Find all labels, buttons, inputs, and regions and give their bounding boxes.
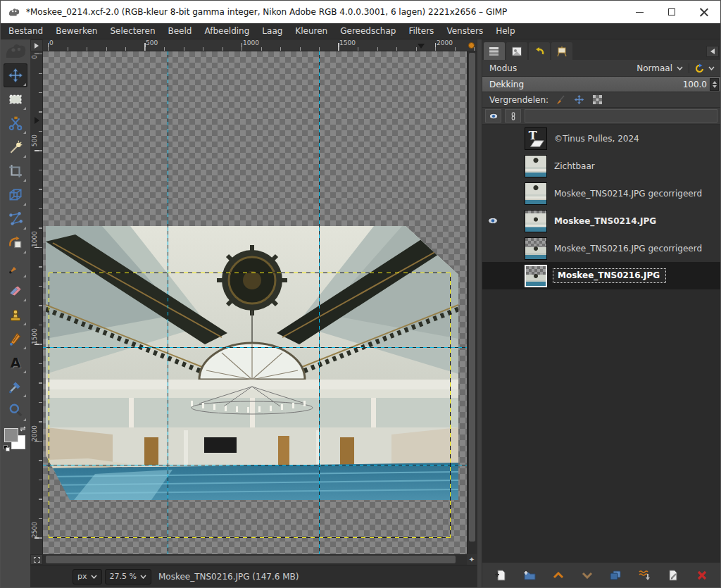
clone-stamp-tool[interactable] (4, 303, 27, 327)
ruler-corner-menu-button[interactable] (30, 39, 43, 51)
layer-thumbnail (525, 210, 547, 232)
tab-channels[interactable] (506, 42, 527, 60)
zoom-follow-window-icon[interactable] (468, 42, 475, 49)
lock-alpha-button[interactable] (591, 94, 603, 106)
unified-transform-tool[interactable] (4, 183, 27, 207)
layer-row-tinus-pulles[interactable]: T ©Tinus Pulles, 2024 (482, 125, 720, 152)
layer-row-zichtbaar[interactable]: Zichtbaar (482, 152, 720, 180)
menu-laag[interactable]: Laag (256, 24, 289, 38)
menu-gereedschap[interactable]: Gereedschap (334, 24, 402, 38)
layer-name-edit[interactable]: Moskee_TNS0216.JPG (553, 268, 666, 283)
warp-transform-tool[interactable] (4, 231, 27, 255)
canvas-viewport[interactable] (43, 51, 467, 554)
dock-collapse-button[interactable] (706, 46, 719, 57)
rectangle-select-tool[interactable] (4, 87, 27, 111)
mode-label: Modus (489, 63, 637, 73)
eye-icon (489, 113, 499, 120)
menubar: Bestand Bewerken Selecteren Beeld Afbeel… (1, 23, 720, 39)
menu-bestand[interactable]: Bestand (2, 24, 49, 38)
minimize-button[interactable] (623, 1, 656, 23)
arrow-up-icon (553, 572, 564, 579)
zoom-level-select[interactable]: 27.5 % (105, 569, 151, 584)
raise-layer-button[interactable] (548, 566, 569, 584)
layer-row-tns0214[interactable]: Moskee_TNS0214.JPG (482, 207, 720, 234)
menu-filters[interactable]: Filters (402, 24, 440, 38)
handle-transform-tool[interactable] (4, 207, 27, 231)
navigation-button[interactable]: ✦ (467, 554, 477, 565)
scissors-select-tool[interactable] (4, 111, 27, 135)
new-layer-icon (494, 569, 507, 582)
mode-select[interactable]: Normaal (637, 63, 689, 73)
tab-images[interactable] (551, 42, 572, 60)
dock-divider[interactable] (477, 39, 482, 587)
ruler-tick-label: 0 (31, 55, 38, 59)
fuzzy-select-tool[interactable] (4, 135, 27, 159)
maximize-button[interactable] (656, 1, 688, 23)
merge-layers-button[interactable] (634, 566, 655, 584)
quick-mask-button[interactable] (30, 554, 43, 565)
text-tool[interactable]: A (4, 351, 27, 375)
anchor-layer-button[interactable] (663, 566, 684, 584)
opacity-slider[interactable]: Dekking 100.0 (482, 77, 720, 92)
menu-bewerken[interactable]: Bewerken (49, 24, 104, 38)
clone-stamp-icon (8, 307, 23, 323)
default-colors-icon[interactable] (4, 445, 11, 452)
menu-kleuren[interactable]: Kleuren (289, 24, 334, 38)
color-picker-tool[interactable] (4, 375, 27, 399)
layer-row-tns0216-gecorrigeerd[interactable]: Moskee_TNS0216.JPG gecorrigeerd (482, 234, 720, 262)
mode-group-button[interactable] (689, 63, 717, 73)
new-layer-group-button[interactable] (519, 566, 540, 584)
visibility-toggle[interactable] (482, 217, 503, 225)
paintbrush-tool[interactable] (4, 255, 27, 279)
layer-list-empty-area (482, 289, 720, 562)
gimp-app-icon (8, 6, 20, 18)
vertical-scrollbar[interactable] (467, 51, 477, 554)
layer-name: ©Tinus Pulles, 2024 (554, 134, 639, 144)
swap-colors-icon[interactable] (20, 425, 27, 432)
lower-layer-button[interactable] (577, 566, 598, 584)
vertical-ruler[interactable]: 0 500 1000 1500 2000 2500 (30, 51, 43, 554)
new-layer-button[interactable] (490, 566, 511, 584)
mode-value: Normaal (637, 63, 672, 73)
crop-tool[interactable] (4, 159, 27, 183)
lock-pixels-button[interactable] (554, 94, 567, 106)
close-button[interactable] (688, 1, 720, 23)
tab-undo-history[interactable] (529, 42, 550, 60)
link-column-button[interactable] (505, 109, 521, 123)
menu-vensters[interactable]: Vensters (440, 24, 489, 38)
layer-row-tns0216[interactable]: Moskee_TNS0216.JPG (482, 262, 720, 289)
wilber-watermark-icon (4, 41, 27, 62)
foreground-color-swatch[interactable] (4, 428, 18, 442)
visibility-column-button[interactable] (485, 109, 501, 123)
ruler-tick-label: 1000 (243, 39, 259, 46)
close-icon (700, 8, 708, 16)
canvas-area: 0 500 1000 1500 2000 0 500 1000 1500 200… (30, 39, 477, 587)
menu-selecteren[interactable]: Selecteren (104, 24, 161, 38)
color-swatches[interactable] (4, 425, 27, 452)
horizontal-scrollbar[interactable] (43, 554, 467, 565)
layer-thumbnail (525, 237, 547, 260)
ruler-tick-label: 2000 (437, 39, 453, 46)
ink-tool[interactable] (4, 327, 27, 351)
move-tool[interactable] (4, 63, 27, 87)
eraser-tool[interactable] (4, 279, 27, 303)
ruler-tick-label: 1500 (339, 39, 356, 46)
lock-pixels-brush-icon (556, 94, 566, 105)
opacity-spinner[interactable] (710, 78, 719, 91)
opacity-label: Dekking (489, 80, 683, 89)
unit-select[interactable]: px (73, 569, 102, 584)
vertical-scrollbar-thumb[interactable] (469, 53, 475, 542)
zoom-tool[interactable] (4, 399, 27, 423)
horizontal-scrollbar-thumb[interactable] (46, 556, 456, 563)
menu-afbeelding[interactable]: Afbeelding (198, 24, 256, 38)
duplicate-layer-button[interactable] (605, 566, 626, 584)
delete-layer-button[interactable] (691, 566, 713, 584)
menu-beeld[interactable]: Beeld (161, 24, 198, 38)
tab-layers[interactable] (484, 42, 505, 60)
opacity-value: 100.0 (683, 80, 707, 89)
menu-help[interactable]: Help (489, 24, 521, 38)
titlebar: *Moskee_0214.xcf-2.0 (RGB-kleur 8-bit ga… (1, 1, 720, 23)
horizontal-ruler[interactable]: 0 500 1000 1500 2000 (43, 39, 477, 51)
lock-position-button[interactable] (572, 94, 585, 106)
layer-row-tns0214-gecorrigeerd[interactable]: Moskee_TNS0214.JPG gecorrigeerd (482, 180, 720, 207)
